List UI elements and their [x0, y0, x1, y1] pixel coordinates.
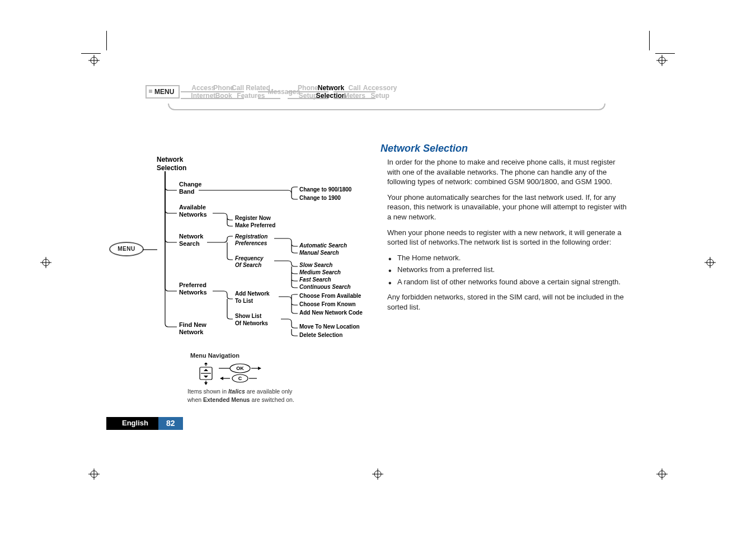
manual-page: MENU AccessInternet PhoneBook Call Relat… [0, 0, 756, 534]
registration-mark-icon [40, 257, 51, 268]
svg-marker-33 [258, 367, 261, 370]
menu-navigation-note: Items shown in Italics are available onl… [187, 387, 294, 404]
body-list: The Home network. Networks from a prefer… [381, 253, 627, 287]
registration-mark-icon [88, 55, 100, 66]
registration-mark-icon [656, 55, 668, 66]
body-list-item: Networks from a preferred list. [397, 265, 627, 275]
key-hint-icon: OK C [199, 363, 283, 385]
menu-button: MENU [145, 85, 180, 99]
connector-icon [258, 91, 280, 99]
footer-page-number: 82 [158, 417, 183, 430]
tree-connect-menu-icon [143, 246, 159, 253]
menu-breadcrumb: MENU AccessInternet PhoneBook Call Relat… [145, 84, 384, 100]
svg-marker-24 [204, 376, 208, 378]
svg-point-18 [707, 259, 713, 266]
svg-marker-27 [204, 363, 208, 364]
crop-mark [649, 31, 650, 50]
body-list-item: The Home network. [397, 253, 627, 263]
tree-connectors-icon [157, 156, 375, 346]
registration-mark-icon [372, 469, 383, 480]
ok-key-label: OK [236, 366, 244, 371]
crop-mark [106, 31, 107, 50]
svg-marker-23 [204, 369, 208, 371]
section-heading: Network Selection [381, 142, 627, 155]
svg-point-0 [91, 57, 97, 64]
body-paragraph: In order for the phone to make and recei… [381, 157, 627, 187]
svg-point-3 [659, 57, 665, 64]
body-list-item: A random list of other networks found ab… [397, 277, 627, 287]
svg-marker-29 [204, 382, 208, 385]
connector-icon [353, 91, 375, 99]
page-footer: English 82 [106, 417, 183, 430]
c-key-label: C [238, 376, 242, 381]
connector-icon [306, 91, 328, 99]
footer-language: English [106, 417, 158, 430]
svg-point-12 [374, 471, 381, 477]
body-paragraph: Any forbidden networks, stored in the SI… [381, 292, 627, 312]
connector-icon [222, 91, 244, 99]
menu-key-icon: MENU [109, 242, 144, 256]
body-paragraph: When your phone needs to register with a… [381, 228, 627, 247]
registration-mark-icon [88, 469, 100, 480]
menu-navigation-label: Menu Navigation [190, 352, 240, 359]
connector-icon [181, 91, 203, 99]
registration-mark-icon [656, 469, 668, 480]
crop-mark [81, 53, 101, 54]
registration-mark-icon [705, 257, 716, 268]
body-text-column: Network Selection In order for the phone… [381, 142, 627, 317]
body-paragraph: Your phone automatically searches for th… [381, 193, 627, 222]
svg-point-9 [659, 471, 665, 477]
svg-point-15 [43, 259, 49, 266]
svg-marker-35 [220, 377, 223, 380]
breadcrumb-tail-icon [168, 104, 605, 110]
crop-mark [655, 53, 675, 54]
svg-point-6 [91, 471, 97, 477]
